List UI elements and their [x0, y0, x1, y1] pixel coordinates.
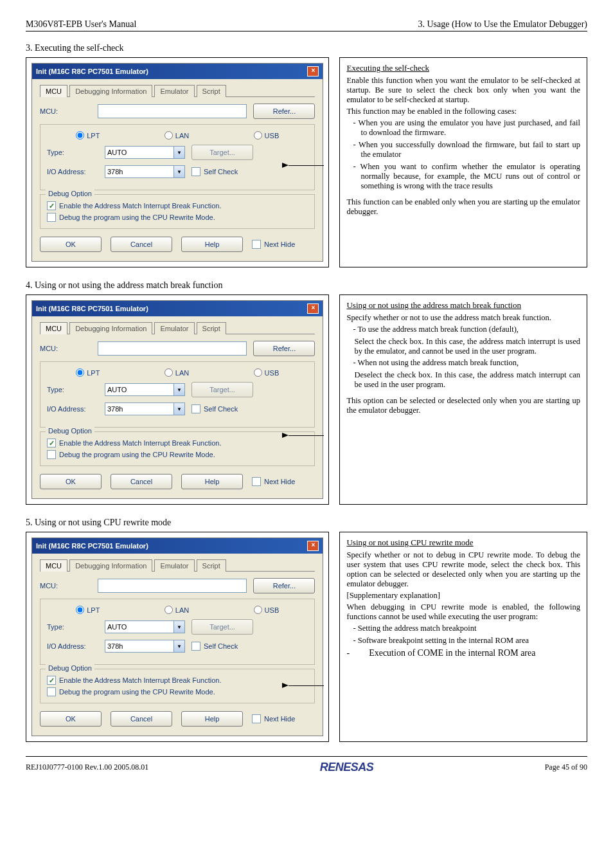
- tab-mcu[interactable]: MCU: [40, 85, 67, 97]
- close-icon[interactable]: ×: [307, 66, 319, 77]
- page-header: M306V8T-EPB User's Manual 3. Usage (How …: [26, 19, 587, 32]
- footer-right: Page 45 of 90: [545, 763, 587, 772]
- section4-heading: Using or not using the address match bre…: [346, 300, 580, 311]
- tab-emulator[interactable]: Emulator: [154, 322, 194, 334]
- selfcheck-checkbox[interactable]: Self Check: [191, 167, 238, 176]
- enable-address-match-checkbox[interactable]: ✓Enable the Address Match Interrupt Brea…: [47, 676, 308, 685]
- type-select[interactable]: ▼: [105, 620, 185, 633]
- enable-address-match-checkbox[interactable]: ✓Enable the Address Match Interrupt Brea…: [47, 439, 308, 448]
- radio-usb[interactable]: USB: [254, 131, 280, 140]
- cpu-rewrite-checkbox[interactable]: Debug the program using the CPU Rewrite …: [47, 213, 308, 222]
- ok-button[interactable]: OK: [40, 711, 102, 727]
- radio-lan[interactable]: LAN: [164, 131, 189, 140]
- header-left: M306V8T-EPB User's Manual: [26, 19, 136, 30]
- section3-li3: When you want to confirm whether the emu…: [353, 162, 580, 191]
- nexthide-checkbox[interactable]: Next Hide: [252, 477, 295, 486]
- section5-li2: Software breakpoint setting in the inter…: [353, 636, 580, 646]
- section5-heading: Using or not using CPU rewrite mode: [346, 538, 580, 548]
- refer-button[interactable]: Refer...: [253, 341, 315, 356]
- section4-title: 4. Using or not using the address match …: [26, 280, 587, 291]
- ok-button[interactable]: OK: [40, 474, 102, 489]
- io-label: I/O Address:: [47, 168, 98, 176]
- section5-title: 5. Using or not using CPU rewrite mode: [26, 518, 587, 528]
- refer-button[interactable]: Refer...: [253, 578, 315, 593]
- section3-dialog-container: Init (M16C R8C PC7501 Emulator) × MCU De…: [26, 57, 329, 267]
- help-button[interactable]: Help: [181, 474, 243, 489]
- help-button[interactable]: Help: [181, 711, 243, 727]
- mcu-input[interactable]: [98, 341, 247, 356]
- io-select[interactable]: ▼: [105, 640, 185, 653]
- tab-script[interactable]: Script: [197, 322, 226, 334]
- section3-p3: This function can be enabled only when y…: [346, 197, 580, 217]
- radio-lan[interactable]: LAN: [164, 606, 189, 614]
- dialog-titlebar: Init (M16C R8C PC7501 Emulator) ×: [32, 301, 323, 316]
- radio-lpt[interactable]: LPT: [76, 606, 100, 614]
- section5-dialog-container: Init (M16C R8C PC7501 Emulator) × MCU De…: [26, 532, 329, 742]
- section4-p1: Specify whether or not to use the addres…: [346, 313, 580, 323]
- tab-debugging[interactable]: Debugging Information: [69, 85, 152, 97]
- cancel-button[interactable]: Cancel: [111, 711, 172, 727]
- close-icon[interactable]: ×: [307, 541, 319, 551]
- selfcheck-checkbox[interactable]: Self Check: [191, 642, 238, 651]
- section4-explanation: Using or not using the address match bre…: [339, 294, 587, 505]
- init-dialog: Init (M16C R8C PC7501 Emulator) × MCU De…: [31, 63, 323, 262]
- radio-usb[interactable]: USB: [254, 606, 280, 614]
- section5-li1: Setting the address match breakpoint: [353, 624, 580, 633]
- section4-li1: To use the address match break function …: [353, 325, 580, 334]
- section4-dialog-container: Init (M16C R8C PC7501 Emulator) × MCU De…: [26, 294, 329, 505]
- section5-p2: [Supplementary explanation]: [346, 591, 580, 601]
- target-button: Target...: [191, 145, 253, 160]
- tab-mcu[interactable]: MCU: [40, 559, 67, 572]
- enable-address-match-checkbox[interactable]: ✓Enable the Address Match Interrupt Brea…: [47, 201, 308, 210]
- selfcheck-checkbox[interactable]: Self Check: [191, 404, 238, 413]
- nexthide-checkbox[interactable]: Next Hide: [252, 714, 295, 723]
- io-select[interactable]: ▼: [105, 402, 185, 415]
- section3-li2: When you successfully download the firmw…: [353, 140, 580, 159]
- section3-heading: Executing the self-check: [346, 63, 580, 73]
- dialog-title-text: Init (M16C R8C PC7501 Emulator): [36, 68, 148, 75]
- section3-li1: When you are using the emulator you have…: [353, 118, 580, 138]
- tab-emulator[interactable]: Emulator: [154, 85, 194, 97]
- tab-mcu[interactable]: MCU: [40, 322, 67, 334]
- cancel-button[interactable]: Cancel: [111, 474, 172, 489]
- section3-title: 3. Executing the self-check: [26, 43, 587, 53]
- radio-lpt[interactable]: LPT: [76, 131, 100, 140]
- section5-explanation: Using or not using CPU rewrite mode Spec…: [339, 532, 587, 742]
- dialog-tabs: MCU Debugging Information Emulator Scrip…: [40, 84, 315, 97]
- help-button[interactable]: Help: [181, 237, 243, 252]
- type-select[interactable]: ▼: [105, 383, 185, 396]
- io-select[interactable]: ▼: [105, 165, 185, 178]
- mcu-input[interactable]: [98, 579, 247, 593]
- mcu-input[interactable]: [98, 104, 247, 118]
- init-dialog-4: Init (M16C R8C PC7501 Emulator) × MCU De…: [31, 300, 323, 499]
- debug-option-group: Debug Option ✓Enable the Address Match I…: [40, 194, 315, 229]
- radio-usb[interactable]: USB: [254, 368, 280, 377]
- debug-option-legend: Debug Option: [46, 190, 94, 197]
- section3-explanation: Executing the self-check Enable this fun…: [339, 57, 587, 267]
- section4-p3: This option can be selected or deselecte…: [346, 396, 580, 415]
- section3-p2: This function may be enabled in the foll…: [346, 107, 580, 116]
- footer-left: REJ10J0777-0100 Rev.1.00 2005.08.01: [26, 763, 148, 772]
- cpu-rewrite-checkbox[interactable]: Debug the program using the CPU Rewrite …: [47, 687, 308, 696]
- section4-li1b: Select the check box. In this case, the …: [346, 337, 580, 356]
- type-select[interactable]: ▼: [105, 146, 185, 159]
- radio-lpt[interactable]: LPT: [76, 368, 100, 377]
- section5-p1: Specify whether or not to debug in CPU r…: [346, 550, 580, 589]
- nexthide-checkbox[interactable]: Next Hide: [252, 240, 295, 249]
- init-dialog-5: Init (M16C R8C PC7501 Emulator) × MCU De…: [31, 538, 323, 736]
- tab-debugging[interactable]: Debugging Information: [69, 322, 152, 334]
- cancel-button[interactable]: Cancel: [111, 237, 172, 252]
- tab-script[interactable]: Script: [197, 559, 226, 572]
- cpu-rewrite-checkbox[interactable]: Debug the program using the CPU Rewrite …: [47, 450, 308, 459]
- refer-button[interactable]: Refer...: [253, 104, 315, 119]
- tab-script[interactable]: Script: [197, 85, 226, 97]
- page-footer: REJ10J0777-0100 Rev.1.00 2005.08.01 RENE…: [26, 756, 587, 774]
- close-icon[interactable]: ×: [307, 303, 319, 314]
- section5-li3: Execution of COME in the internal ROM ar…: [350, 648, 535, 658]
- tab-emulator[interactable]: Emulator: [154, 559, 194, 572]
- mcu-label: MCU:: [40, 107, 91, 115]
- radio-lan[interactable]: LAN: [164, 368, 189, 377]
- ok-button[interactable]: OK: [40, 237, 102, 252]
- tab-debugging[interactable]: Debugging Information: [69, 559, 152, 572]
- section4-li2b: Deselect the check box. In this case, th…: [346, 370, 580, 390]
